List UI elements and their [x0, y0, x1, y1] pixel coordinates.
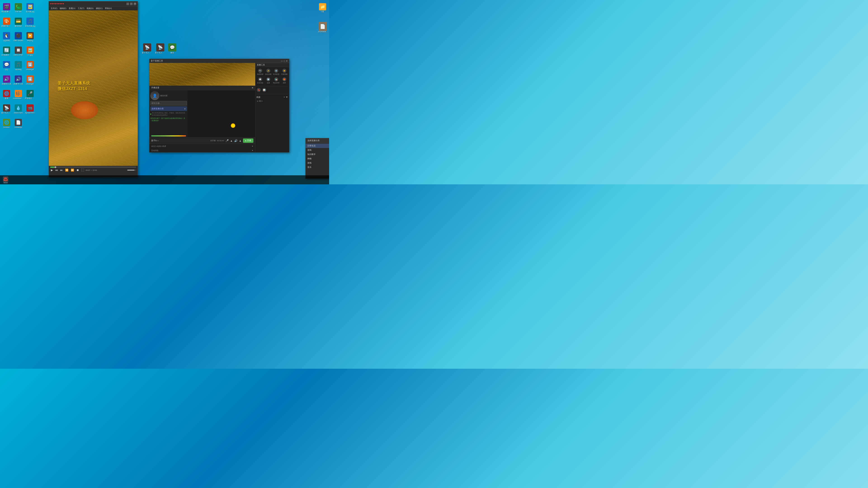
- desktop-icon-mp3tag[interactable]: 🎵 Mp3tag: [13, 59, 24, 72]
- forward-button[interactable]: ⏩: [70, 168, 75, 172]
- stream-maximize[interactable]: □: [284, 60, 285, 62]
- menu-tools[interactable]: 工具(T): [77, 7, 86, 10]
- desktop-icons-right: 📁 U盘: [317, 1, 328, 15]
- desktop-icon-qq2[interactable]: 💬 QQ: [1, 59, 12, 72]
- close-button[interactable]: ✕: [133, 2, 136, 5]
- controls-row: ▶ ⏮ ⏭ ⏪ ⏩ ⏹ ⛶ 00:07 / 15:52: [50, 168, 136, 172]
- stream-minimize[interactable]: —: [281, 60, 283, 62]
- desktop-icon-crtubeget[interactable]: ⬇️ crtubeget: [25, 59, 35, 72]
- heart5: ♥: [57, 2, 58, 5]
- tool-brightness[interactable]: ☀️ 亮度调整: [281, 68, 288, 76]
- scene-controls: + ▼: [283, 96, 288, 99]
- video-content: 姜子无人直播系统 微信JXZT_1314: [49, 10, 138, 166]
- desktop-icon-livestream[interactable]: 🎨 直播封面制作工具: [1, 15, 12, 29]
- footer-msg-expand[interactable]: ▼: [252, 150, 253, 152]
- minimize-button[interactable]: —: [126, 2, 129, 5]
- scene-settings-button[interactable]: ▼: [285, 96, 288, 99]
- fullscreen-button[interactable]: ⛶: [81, 168, 85, 172]
- tool-flow[interactable]: ➡️ 连麦: [265, 76, 272, 85]
- desktop-icon-jxzt1[interactable]: 📡 姜子无人直播系统-V.: [142, 43, 153, 55]
- scene-item-window[interactable]: 窗口: [256, 99, 288, 103]
- desktop-icon-jxzt2[interactable]: 📡 姜子无人直播系统-V.2101: [155, 43, 166, 55]
- video-progress-bar[interactable]: [50, 166, 136, 168]
- stream-title-input[interactable]: 填写主题...: [150, 101, 187, 105]
- file-icon: 📄: [319, 22, 327, 31]
- vol-up-button[interactable]: ▲: [239, 139, 242, 142]
- rewind-button[interactable]: ⏪: [64, 168, 69, 172]
- stream-close[interactable]: ✕: [286, 60, 288, 62]
- time-separator: /: [91, 169, 92, 171]
- menu-help[interactable]: 帮助(H): [104, 7, 113, 10]
- tool-bookmark[interactable]: 🔖: [256, 87, 261, 93]
- microphone-button[interactable]: 🎤: [225, 139, 229, 142]
- tool-product[interactable]: 🛍️ 商品管理: [273, 76, 280, 85]
- desktop-icon-globber[interactable]: 🌐 Globber: [1, 117, 12, 130]
- desktop-icon-dts[interactable]: 🔊 dts数转工具: [1, 73, 12, 87]
- desktop-icon-goldwave[interactable]: 🎼 GoldWave 6.80: [13, 88, 24, 101]
- play-button[interactable]: ▶: [50, 168, 54, 172]
- desktop-file-icon[interactable]: 📄 20240806...: [318, 22, 328, 33]
- desktop-icon-weibo[interactable]: 🌐 微博: [1, 88, 12, 101]
- tool-stats[interactable]: 📊: [262, 87, 267, 93]
- desktop-icon-obs-work[interactable]: 🔲 OBS工作室: [13, 44, 24, 58]
- scene-add-button[interactable]: +: [283, 96, 285, 99]
- footer-expand[interactable]: ▼: [252, 145, 253, 147]
- desktop-icon-watermark[interactable]: 💧 Watermark: [13, 102, 24, 116]
- time-total: 15:52: [92, 169, 97, 171]
- category-selector[interactable]: 选择直播分类 ▶: [150, 106, 187, 111]
- heart8: ♥: [61, 2, 63, 5]
- menu-file[interactable]: 文件(F): [50, 7, 58, 10]
- jxzt2-icon: 📡: [156, 43, 164, 52]
- bookmark-icon: 🔖: [257, 88, 261, 92]
- terms-row: 禁止发布侵犯他人版权，肖像权，隐私权的内容，并承担相应的法律责任: [150, 112, 187, 116]
- desktop-icon-4k[interactable]: 🔄 4K视频转码工具: [1, 44, 12, 58]
- stream-title: 姜子直播工具: [151, 59, 163, 62]
- maximize-button[interactable]: □: [130, 2, 133, 5]
- live-tools-panel: 直播工具 📷 画面来源 ✨ 美化优惠 ⚙️ 特别设置: [255, 63, 289, 152]
- tool-beauty[interactable]: ✨ 美化优惠: [265, 68, 272, 76]
- menu-capture[interactable]: 捕捉(C): [95, 7, 104, 10]
- crtubeget-icon: ⬇️: [26, 61, 34, 68]
- desktop-icon-crtube2[interactable]: ⬇️ crtubeget.: [25, 73, 35, 87]
- prev-frame-button[interactable]: ⏮: [55, 168, 59, 172]
- desktop-icon-ffmpeg[interactable]: ▶️ ffmpeg: [25, 30, 35, 43]
- brightness-icon: ☀️: [282, 69, 286, 73]
- heart2: ♥: [52, 2, 53, 5]
- taskbar-steam[interactable]: ♨️ Steam: [1, 175, 10, 184]
- desktop-icon-music[interactable]: 🎵 音乐封面.jpg: [25, 15, 35, 29]
- broadcast-settings-close[interactable]: ✕: [252, 87, 253, 89]
- desktop-icon-udisk[interactable]: 📁 U盘: [317, 1, 328, 15]
- desktop-icon-jxzt[interactable]: 📡 姜子无人直播系统: [1, 102, 12, 116]
- obs-studio-icon: ⚫: [15, 32, 22, 39]
- next-frame-button[interactable]: ⏭: [59, 168, 64, 172]
- tool-special[interactable]: ⚙️ 特别设置: [273, 68, 280, 76]
- desktop-icon-obs[interactable]: 🎬 专业直播 工具: [1, 1, 12, 15]
- desktop-icon-wechat-mid[interactable]: 💬 微信: [168, 43, 177, 55]
- tool-camera[interactable]: 📷 画面来源: [256, 68, 264, 76]
- desktop-icon-the-isle[interactable]: 🦕 The Isle: [13, 1, 24, 15]
- menu-video[interactable]: 视频(D): [86, 7, 94, 10]
- desktop-icon-wechat-pay[interactable]: 💳 微信收款: [13, 15, 24, 29]
- menu-edit[interactable]: 编辑(E): [59, 7, 67, 10]
- desktop-icon-obs-studio[interactable]: ⚫ OBS Studio: [13, 30, 24, 43]
- desktop-icon-dts2[interactable]: 🔊 dts数字工具: [13, 73, 24, 87]
- menu-view[interactable]: 查看(V): [68, 7, 76, 10]
- desktop-icon-2498kb[interactable]: 📄 2498kBjs: [13, 117, 24, 130]
- desktop-icon-payment[interactable]: 🖼️ 支付图.jpg: [25, 1, 35, 15]
- tool-lucky[interactable]: 🎁 抽奖: [281, 76, 288, 85]
- desktop-icon-apowerrec[interactable]: 📹 ApowerREC: [25, 102, 35, 116]
- go-live-button[interactable]: ● 开播: [243, 138, 253, 143]
- terms-link[interactable]: 我同意并遵守《姜子直播互动直播使用用条款》及《直播须知》: [150, 117, 187, 122]
- stream-footer: 0在过·0在线·0热度 ▼: [149, 144, 255, 149]
- desktop-icon-11jpg[interactable]: 🖼️ 11.jpg: [25, 44, 35, 58]
- edit-cover-button[interactable]: 修改封面: [160, 94, 167, 97]
- interact-tool-label: 互动消息: [257, 82, 264, 84]
- tool-interact[interactable]: 💬 互动消息: [256, 76, 264, 85]
- volume-button[interactable]: 🔊: [234, 139, 238, 142]
- mic-volume-up[interactable]: ▲: [230, 139, 233, 142]
- desktop-icon-soundrec[interactable]: 🎤 声音锁定工具: [25, 88, 35, 101]
- volume-bar[interactable]: [127, 170, 136, 170]
- stop-button[interactable]: ⏹: [76, 168, 80, 172]
- desktop-icon-qq[interactable]: 🐧 QQ游戏: [1, 30, 12, 43]
- dts2-icon: 🔊: [15, 75, 22, 83]
